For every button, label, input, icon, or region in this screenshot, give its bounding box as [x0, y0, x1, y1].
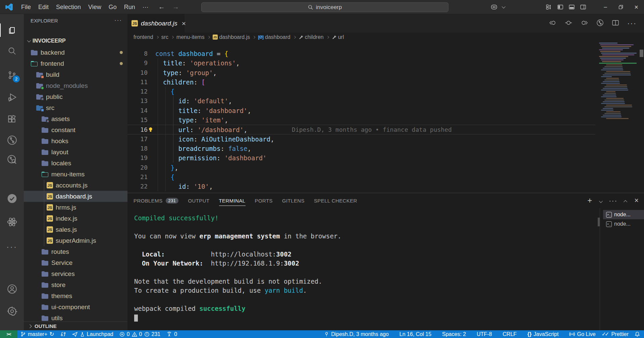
- panel-more-actions-icon[interactable]: ···: [609, 197, 618, 205]
- breadcrumb-dashboard[interactable]: [Ø]dashboard: [258, 34, 290, 40]
- close-window-button[interactable]: ×: [629, 0, 644, 14]
- checkmark-extension-icon[interactable]: [0, 190, 24, 207]
- menu-overflow-icon[interactable]: ···: [139, 0, 152, 14]
- project-root[interactable]: INVOICEERP: [24, 36, 127, 46]
- code-line-11[interactable]: 11 children: [: [127, 77, 644, 87]
- git-branch-status[interactable]: master+ ↻: [17, 330, 57, 338]
- breadcrumb-menu-items[interactable]: menu-items: [176, 34, 205, 40]
- git-compare-status[interactable]: [57, 330, 69, 338]
- code-line-20[interactable]: 20 },: [127, 163, 644, 172]
- gitlens-prev-revision-icon[interactable]: [549, 20, 556, 27]
- customize-layout-icon[interactable]: [543, 0, 555, 14]
- tree-item-sales-js[interactable]: JSsales.js: [24, 224, 127, 235]
- split-editor-icon[interactable]: [612, 20, 619, 27]
- outline-section[interactable]: OUTLINE: [24, 322, 127, 330]
- broadcast-status[interactable]: 0: [163, 330, 180, 338]
- code-line-12[interactable]: 12 {: [127, 87, 644, 96]
- copilot-chevron-icon[interactable]: [500, 0, 506, 14]
- breadcrumb-dashboard-js[interactable]: JSdashboard.js: [213, 34, 250, 40]
- language-mode-status[interactable]: {} JavaScript: [524, 330, 561, 338]
- toggle-secondary-sidebar-icon[interactable]: [578, 0, 589, 14]
- code-line-13[interactable]: 13 id: 'default',: [127, 96, 644, 106]
- nav-back-button[interactable]: ←: [158, 3, 165, 11]
- settings-gear-icon[interactable]: [0, 302, 24, 320]
- tree-item-themes[interactable]: themes: [24, 290, 127, 301]
- minimize-button[interactable]: –: [598, 0, 613, 14]
- panel-tab-gitlens[interactable]: GITLENS: [282, 193, 305, 208]
- code-line-15[interactable]: 15 type: 'item',: [127, 115, 644, 125]
- tree-item-store[interactable]: store: [24, 279, 127, 290]
- code-line-16[interactable]: 16 url: '/dashboard',Dipesh.D, 3 months …: [127, 125, 595, 134]
- panel-tab-ports[interactable]: PORTS: [255, 193, 273, 208]
- remote-indicator[interactable]: ><: [0, 330, 17, 338]
- terminal-session-2[interactable]: >_node...: [603, 219, 644, 229]
- terminal-output[interactable]: Compiled successfully!You can now view e…: [134, 214, 594, 322]
- tree-item-hrms-js[interactable]: JShrms.js: [24, 202, 127, 213]
- code-line-9[interactable]: 9 title: 'operations',: [127, 58, 644, 68]
- breadcrumb-children[interactable]: children: [299, 34, 324, 40]
- search-icon[interactable]: [0, 42, 24, 60]
- more-views-icon[interactable]: ···: [0, 238, 24, 256]
- indentation-status[interactable]: Spaces: 2: [439, 330, 469, 338]
- extensions-icon[interactable]: [0, 111, 24, 128]
- prettier-status[interactable]: ✓✓ Prettier: [599, 330, 632, 338]
- maximize-panel-icon[interactable]: [625, 196, 627, 205]
- code-editor[interactable]: 8const dashboard = {9 title: 'operations…: [127, 42, 644, 193]
- code-line-10[interactable]: 10 type: 'group',: [127, 68, 644, 77]
- account-icon[interactable]: [0, 280, 24, 298]
- tree-item-assets[interactable]: assets: [24, 113, 127, 124]
- tree-item-src[interactable]: src: [24, 102, 127, 113]
- menu-go[interactable]: Go: [105, 0, 120, 14]
- code-line-18[interactable]: 18 breadcrumbs: false,: [127, 144, 644, 153]
- tree-item-backend[interactable]: backend: [24, 47, 127, 58]
- blame-status[interactable]: Dipesh.D, 3 months ago: [321, 330, 392, 338]
- cursor-position-status[interactable]: Ln 16, Col 15: [396, 330, 434, 338]
- tree-item-dashboard-js[interactable]: JSdashboard.js: [24, 191, 127, 202]
- tree-item-superadmin-js[interactable]: JSsuperAdmin.js: [24, 235, 127, 246]
- launchpad-status[interactable]: Launchpad: [69, 330, 116, 338]
- panel-tab-terminal[interactable]: TERMINAL: [219, 193, 246, 208]
- tree-item-services[interactable]: services: [24, 268, 127, 279]
- tree-item-index-js[interactable]: JSindex.js: [24, 213, 127, 224]
- close-panel-icon[interactable]: ×: [634, 196, 639, 205]
- minimap[interactable]: [599, 43, 640, 123]
- code-line-14[interactable]: 14 title: 'dashboard',: [127, 106, 644, 115]
- menu-run[interactable]: Run: [120, 0, 139, 14]
- tree-item-locales[interactable]: locales: [24, 158, 127, 169]
- restore-button[interactable]: [613, 0, 629, 14]
- toggle-panel-icon[interactable]: [566, 0, 578, 14]
- notifications-bell-icon[interactable]: [632, 330, 644, 338]
- tree-item-service[interactable]: Service: [24, 257, 127, 268]
- panel-tab-spell-checker[interactable]: SPELL CHECKER: [314, 193, 357, 208]
- gitlens-icon[interactable]: [0, 131, 24, 149]
- menu-edit[interactable]: Edit: [35, 0, 52, 14]
- copilot-icon[interactable]: [488, 0, 500, 14]
- tree-item-routes[interactable]: routes: [24, 246, 127, 257]
- menu-file[interactable]: File: [17, 0, 35, 14]
- code-line-8[interactable]: 8const dashboard = {: [127, 49, 644, 58]
- gitlens-graph-icon[interactable]: [596, 19, 604, 28]
- code-line-21[interactable]: 21 {: [127, 172, 644, 182]
- gitlens-revision-icon[interactable]: [565, 20, 572, 27]
- react-devtools-icon[interactable]: [0, 213, 24, 231]
- tree-item-ui-component[interactable]: ui-component: [24, 301, 127, 313]
- breadcrumb-url[interactable]: url: [332, 34, 344, 40]
- tab-dashboard-js[interactable]: JS dashboard.js ×: [127, 14, 185, 33]
- code-line-22[interactable]: 22 id: '10',: [127, 182, 644, 191]
- breadcrumb-src[interactable]: src: [161, 34, 168, 40]
- breadcrumb-frontend[interactable]: frontend: [133, 34, 153, 40]
- panel-tab-problems[interactable]: PROBLEMS231: [133, 193, 178, 208]
- tree-item-menu-items[interactable]: menu-items: [24, 169, 127, 180]
- gitlens-next-revision-icon[interactable]: [581, 20, 588, 27]
- tree-item-node_modules[interactable]: node_modules: [24, 80, 127, 91]
- tab-close-icon[interactable]: ×: [182, 19, 186, 27]
- encoding-status[interactable]: UTF-8: [474, 330, 495, 338]
- diagnostics-status[interactable]: 0 0 231: [116, 330, 164, 338]
- nav-forward-button[interactable]: →: [172, 3, 179, 11]
- source-control-icon[interactable]: 2: [0, 66, 24, 84]
- gitlens-inspect-icon[interactable]: [0, 151, 24, 168]
- code-line-19[interactable]: 19 permission: 'dashboard': [127, 153, 644, 163]
- terminal-session-1[interactable]: >_node...: [603, 210, 644, 219]
- new-terminal-icon[interactable]: +: [587, 196, 592, 205]
- terminal-scrollbar[interactable]: [598, 218, 600, 226]
